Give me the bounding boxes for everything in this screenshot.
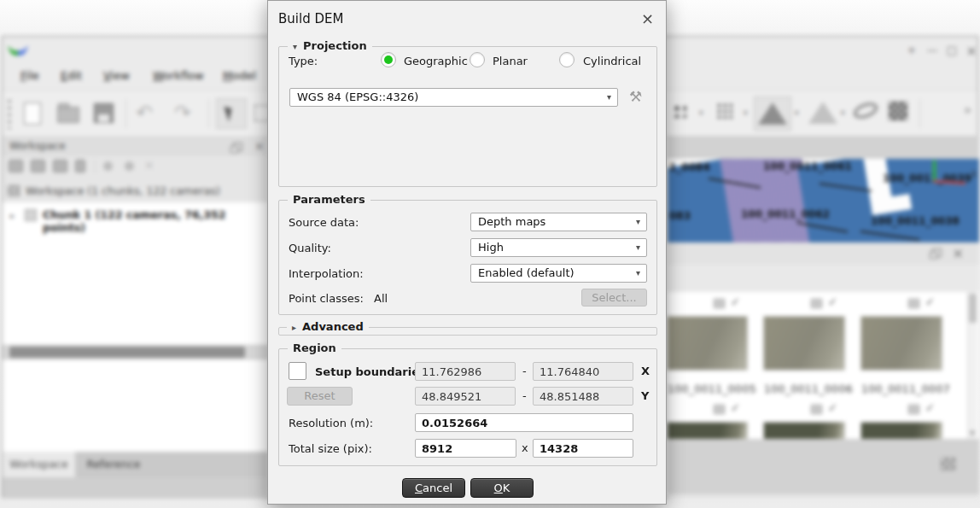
crs-select[interactable]: WGS 84 (EPSG::4326) ▾ [289, 88, 618, 107]
chunk-item[interactable]: ▸ Chunk 1 (122 cameras, 76,352 points) [3, 204, 268, 225]
total-width-field[interactable] [415, 439, 516, 458]
horizontal-scrollbar[interactable] [3, 345, 268, 359]
point-cloud-icon[interactable] [672, 103, 686, 118]
dense-cloud-icon[interactable] [716, 102, 732, 119]
cancel-button[interactable]: Cancel [402, 478, 465, 498]
radio-dot [384, 55, 393, 64]
float-panel-icon[interactable] [233, 143, 242, 151]
expand-chevron-icon[interactable]: ▸ [10, 211, 15, 220]
dialog-close-icon[interactable]: × [641, 9, 654, 27]
projection-group-label: Projection [303, 39, 367, 52]
radio-cylindrical[interactable] [559, 52, 575, 67]
photo-thumbnail[interactable] [763, 316, 845, 371]
vertical-scrollbar[interactable]: ▼ [967, 292, 977, 439]
add-marker-icon[interactable] [75, 160, 85, 172]
toolbar-separator [125, 99, 126, 128]
source-data-select[interactable]: Depth maps ▾ [470, 213, 647, 231]
x-max-field[interactable] [533, 362, 633, 381]
texture-icon[interactable] [851, 99, 880, 121]
close-panel-icon[interactable]: × [953, 245, 964, 261]
float-panel-icon[interactable] [932, 248, 942, 257]
chevron-down-icon[interactable]: ▾ [841, 108, 845, 117]
source-data-label: Source data: [289, 216, 359, 229]
window-pin-icon[interactable]: + [904, 44, 919, 56]
close-panel-icon[interactable]: × [254, 139, 265, 153]
reset-button[interactable]: Reset [287, 387, 353, 406]
enabled-check-icon: ✓ [731, 295, 740, 308]
radio-geographic-label[interactable]: Geographic [404, 55, 468, 67]
menu-view[interactable]: View [103, 69, 130, 82]
window-minimize-icon[interactable]: — [925, 44, 940, 56]
photo-thumbnail[interactable] [763, 422, 845, 439]
range-separator: - [522, 389, 527, 402]
tab-reference[interactable]: Reference [75, 452, 152, 477]
model-view[interactable]: 1_0084 100_0011_0061 100_0011_0039 083 1… [668, 159, 979, 242]
redo-icon[interactable]: ↷ [174, 101, 191, 125]
x-min-field[interactable] [415, 362, 516, 381]
depthmap-badge-icon [908, 405, 919, 414]
chevron-down-icon[interactable]: ▾ [795, 108, 799, 117]
photo-thumbnail[interactable] [860, 316, 942, 371]
toolbar-separator [919, 99, 920, 128]
point-classes-label: Point classes: [289, 292, 364, 305]
interpolation-select[interactable]: Enabled (default) ▾ [470, 264, 647, 283]
add-chunk-icon[interactable] [9, 160, 23, 172]
undo-icon[interactable]: ↶ [136, 101, 153, 125]
setup-boundaries-checkbox[interactable] [289, 362, 306, 380]
crs-settings-icon[interactable]: ⚒ [629, 88, 642, 105]
model-shaded-button[interactable] [754, 96, 791, 131]
parameters-group-label: Parameters [288, 193, 370, 206]
mesh-shaded-icon [758, 102, 787, 125]
menu-edit[interactable]: Edit [61, 69, 82, 82]
window-close-icon[interactable]: × [964, 44, 979, 59]
scrollbar-thumb[interactable] [9, 347, 245, 358]
photo-thumbnail[interactable] [668, 316, 748, 371]
panel-tool-dot-icon[interactable] [125, 161, 134, 171]
select-tool-button[interactable] [216, 98, 247, 129]
photo-thumbnail[interactable] [668, 422, 748, 439]
add-photos-icon[interactable] [31, 160, 45, 172]
new-document-icon[interactable] [24, 102, 41, 125]
camera-label: 083 [669, 210, 691, 222]
radio-cylindrical-label[interactable]: Cylindrical [583, 55, 641, 67]
resolution-field[interactable] [415, 413, 633, 432]
quality-select[interactable]: High ▾ [470, 238, 647, 257]
toolbar-overflow-icon[interactable]: » [964, 102, 971, 118]
scroll-down-icon[interactable]: ▼ [970, 429, 975, 437]
scrollbar-thumb[interactable] [969, 294, 977, 323]
open-project-icon[interactable] [57, 107, 79, 123]
window-maximize-icon[interactable]: □ [944, 44, 960, 56]
select-classes-button[interactable]: Select... [581, 289, 647, 307]
total-height-field[interactable] [533, 439, 633, 458]
panel-tool-dot-icon[interactable] [103, 161, 113, 171]
menu-workflow[interactable]: Workflow [153, 69, 204, 82]
x-axis-tag: X [641, 365, 650, 377]
ok-button[interactable]: OK [470, 478, 534, 498]
workspace-root-item[interactable]: Workspace (1 chunks, 122 cameras) [3, 180, 268, 202]
advanced-group-title[interactable]: ▸Advanced [287, 320, 369, 333]
menu-file[interactable]: File [20, 69, 39, 82]
enabled-check-icon: ✓ [828, 295, 837, 308]
orthomosaic-icon[interactable] [889, 102, 907, 120]
model-view-header [668, 136, 979, 159]
camera-label: 100_0011_0062 [741, 208, 830, 220]
y-min-field[interactable] [415, 387, 516, 406]
menu-model[interactable]: Model [223, 69, 256, 82]
projection-group-title[interactable]: ▾Projection [288, 39, 372, 52]
mesh-wireframe-icon[interactable] [808, 102, 837, 124]
y-max-field[interactable] [533, 387, 633, 406]
chevron-down-icon[interactable]: ▾ [699, 108, 703, 117]
radio-planar-label[interactable]: Planar [493, 55, 528, 67]
photo-thumbnail[interactable] [860, 422, 942, 439]
tab-workspace[interactable]: Workspace [3, 452, 75, 477]
add-folder-icon[interactable] [53, 160, 67, 172]
radio-planar[interactable] [470, 52, 485, 67]
save-project-icon[interactable] [94, 103, 114, 123]
camera-label: 100_0011_0038 [871, 215, 960, 227]
y-axis-tag: Y [641, 389, 649, 402]
chevron-down-icon[interactable]: ▾ [744, 108, 748, 117]
radio-geographic[interactable] [381, 52, 396, 67]
remove-item-icon[interactable]: × [144, 158, 155, 172]
toolbar-grip-handle[interactable] [8, 100, 11, 129]
toolbar-separator [208, 99, 209, 128]
